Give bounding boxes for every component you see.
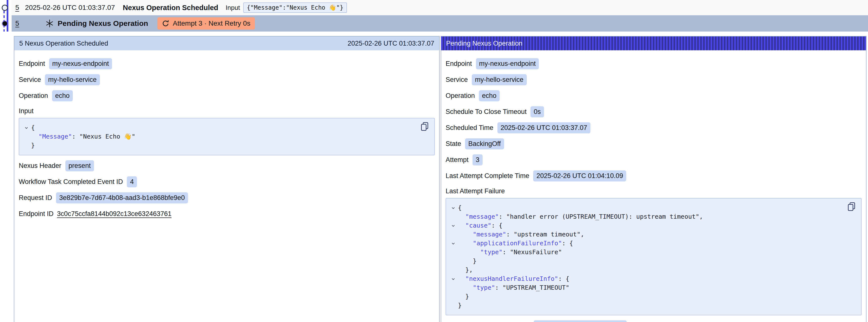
gutter-spacer xyxy=(22,132,31,141)
gutter-spacer xyxy=(448,265,458,275)
field-row: Endpoint ID 3c0c75ccfa8144b092c13ce63246… xyxy=(19,208,435,219)
json-line: } xyxy=(448,257,844,265)
json-key: "applicationFailureInfo" xyxy=(473,240,562,247)
event-title: Nexus Operation Scheduled xyxy=(123,4,218,12)
nexus-asterisk-icon xyxy=(45,19,54,28)
gutter-spacer xyxy=(448,212,458,221)
json-line: "type": "NexusFailure" xyxy=(448,248,844,257)
json-line: } xyxy=(448,292,844,301)
json-line-text: "nexusHandlerFailureInfo": { xyxy=(458,275,569,283)
event-row-pending[interactable]: 5 Pending Nexus Operation Attempt 3 · Ne… xyxy=(11,15,868,32)
event-history-view: 5 2025-02-26 UTC 01:03:37.07 Nexus Opera… xyxy=(0,0,868,322)
pending-operation-panel: Pending Nexus Operation Endpointmy-nexus… xyxy=(441,36,867,322)
event-id-link[interactable]: 5 xyxy=(15,4,19,11)
field-label: Last Attempt Complete Time xyxy=(445,172,529,180)
json-line-text: "message": "handler error (UPSTREAM_TIME… xyxy=(458,212,703,221)
field-row: Scheduled Time2025-02-26 UTC 01:03:37.07 xyxy=(445,122,862,133)
field-label: Service xyxy=(445,76,468,84)
json-key: "nexusHandlerFailureInfo" xyxy=(465,275,558,282)
retry-status-badge: Attempt 3 · Next Retry 0s xyxy=(157,17,255,30)
input-json-lines: {"Message": "Nexus Echo 👋"} xyxy=(22,123,417,150)
scheduled-panel-title: 5 Nexus Operation Scheduled xyxy=(19,40,108,47)
field-value-badge: my-nexus-endpoint xyxy=(49,58,112,69)
json-line: "Message": "Nexus Echo 👋" xyxy=(22,132,417,141)
failure-json-lines: {"message": "handler error (UPSTREAM_TIM… xyxy=(448,203,844,310)
json-line: "cause": { xyxy=(448,221,844,230)
gutter-spacer xyxy=(448,301,458,310)
field-label: Attempt xyxy=(445,156,469,164)
json-line-text: "message": "upstream timeout", xyxy=(458,230,584,239)
json-line: "nexusHandlerFailureInfo": { xyxy=(448,275,844,283)
gutter-spacer xyxy=(22,141,31,150)
field-value-badge: present xyxy=(65,160,94,171)
event-row-scheduled[interactable]: 5 2025-02-26 UTC 01:03:37.07 Nexus Opera… xyxy=(11,0,868,15)
gutter-spacer xyxy=(448,283,458,292)
json-line: } xyxy=(22,141,417,150)
field-value-badge: 2025-02-26 UTC 01:04:13.93 xyxy=(534,320,627,322)
field-label: Endpoint xyxy=(445,60,472,68)
field-row: Request ID3e829b7e-7d67-4b08-aad3-b1e868… xyxy=(19,192,435,203)
scheduled-fields-group: Endpointmy-nexus-endpointServicemy-hello… xyxy=(19,58,435,101)
field-row: Servicemy-hello-service xyxy=(19,74,435,85)
field-row: Attempt3 xyxy=(445,154,862,165)
input-section-label: Input xyxy=(19,107,435,115)
event-input-label: Input xyxy=(226,4,240,11)
field-row: Last Attempt Complete Time2025-02-26 UTC… xyxy=(445,170,862,182)
field-label: State xyxy=(445,140,461,148)
collapse-chevron-icon[interactable] xyxy=(448,275,458,283)
timeline-open-dot-icon xyxy=(2,5,8,11)
field-value-badge: my-nexus-endpoint xyxy=(476,58,539,69)
field-label: Request ID xyxy=(19,194,52,202)
field-value-badge: 0s xyxy=(530,106,544,117)
failure-section-label: Last Attempt Failure xyxy=(445,187,862,195)
json-line-text: "cause": { xyxy=(458,221,503,230)
json-line: } xyxy=(448,301,844,310)
field-value-badge: 4 xyxy=(127,176,137,187)
json-line-text: } xyxy=(31,141,35,150)
field-label: Endpoint ID xyxy=(19,210,54,218)
json-key: "cause" xyxy=(465,222,491,229)
json-line-text: "type": "UPSTREAM_TIMEOUT" xyxy=(458,283,569,292)
scheduled-panel-timestamp: 2025-02-26 UTC 01:03:37.07 xyxy=(348,40,434,47)
scheduled-fields-group-2: Nexus HeaderpresentWorkflow Task Complet… xyxy=(19,160,435,203)
field-value-badge: my-hello-service xyxy=(45,74,100,85)
field-value-badge: 2025-02-26 UTC 01:04:10.09 xyxy=(533,170,626,182)
json-key: "Message" xyxy=(38,133,72,140)
failure-json-block: {"message": "handler error (UPSTREAM_TIM… xyxy=(445,198,862,315)
collapse-chevron-icon[interactable] xyxy=(448,221,458,230)
event-id-link[interactable]: 5 xyxy=(15,20,19,27)
copy-button[interactable] xyxy=(421,122,429,131)
detail-panels: 5 Nexus Operation Scheduled 2025-02-26 U… xyxy=(14,36,867,322)
field-value-badge: 3 xyxy=(472,154,483,165)
json-line: "applicationFailureInfo": { xyxy=(448,239,844,248)
collapse-chevron-icon[interactable] xyxy=(448,203,458,212)
copy-button[interactable] xyxy=(847,202,856,211)
json-line-text: } xyxy=(458,292,469,301)
field-value-badge: BackingOff xyxy=(465,138,504,150)
field-row: Servicemy-hello-service xyxy=(445,74,862,85)
collapse-chevron-icon[interactable] xyxy=(448,239,458,248)
gutter-spacer xyxy=(448,257,458,265)
pending-fields-group: Endpointmy-nexus-endpointServicemy-hello… xyxy=(445,58,862,182)
pending-title: Pending Nexus Operation xyxy=(58,19,148,28)
scheduled-panel-body: Endpointmy-nexus-endpointServicemy-hello… xyxy=(14,50,439,224)
field-value-badge: my-hello-service xyxy=(472,74,527,85)
collapse-chevron-icon[interactable] xyxy=(22,123,31,132)
json-key: "message" xyxy=(473,231,506,238)
retry-badge-label: Attempt 3 · Next Retry 0s xyxy=(173,20,250,27)
json-line-text: } xyxy=(458,257,476,265)
endpoint-id-link[interactable]: 3c0c75ccfa8144b092c13ce632463761 xyxy=(57,210,172,218)
retry-icon xyxy=(162,20,169,27)
json-line: "message": "upstream timeout", xyxy=(448,230,844,239)
gutter-spacer xyxy=(448,292,458,301)
field-row: Schedule To Close Timeout0s xyxy=(445,106,862,117)
json-line: }, xyxy=(448,265,844,275)
json-line: "message": "handler error (UPSTREAM_TIME… xyxy=(448,212,844,221)
json-line-text: }, xyxy=(458,265,473,275)
field-label: Scheduled Time xyxy=(445,124,493,132)
field-row: Endpointmy-nexus-endpoint xyxy=(19,58,435,69)
field-label: Service xyxy=(19,76,41,84)
field-label: Workflow Task Completed Event ID xyxy=(19,178,123,186)
timeline-accent-bar xyxy=(7,0,8,32)
event-timestamp: 2025-02-26 UTC 01:03:37.07 xyxy=(25,4,115,11)
